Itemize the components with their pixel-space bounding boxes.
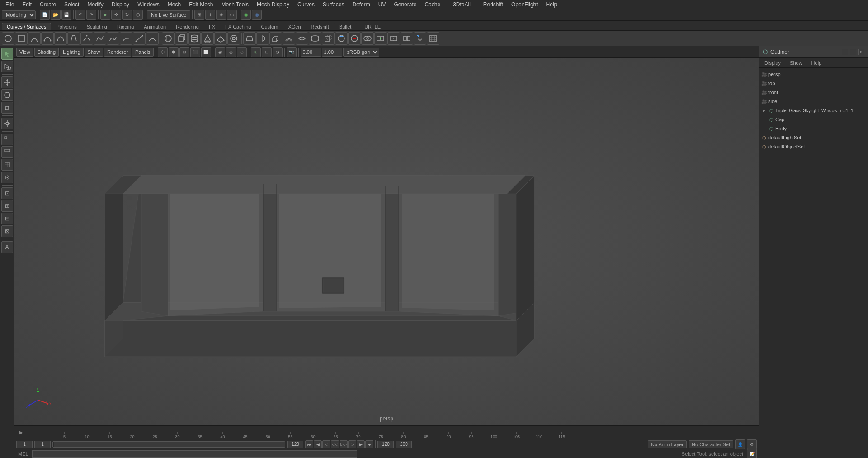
menu-cache[interactable]: Cache <box>421 0 444 9</box>
vp-renderer-btn[interactable]: Renderer <box>104 48 131 57</box>
frame-start-input[interactable] <box>16 441 33 448</box>
no-live-surface-btn[interactable]: No Live Surface <box>147 10 190 19</box>
menu-curves[interactable]: Curves <box>294 0 318 9</box>
next-frame-btn[interactable]: ▶ <box>357 440 365 448</box>
vp-icon6[interactable]: ◉ <box>215 47 225 57</box>
shelf-icon-square-surf[interactable] <box>309 32 321 45</box>
menu-mesh-display[interactable]: Mesh Display <box>253 0 293 9</box>
vp-ao-btn[interactable]: ◑ <box>273 47 283 57</box>
menu-display[interactable]: Display <box>108 0 133 9</box>
shelf-tab-rendering[interactable]: Rendering <box>171 23 204 30</box>
scale-tool-left[interactable] <box>1 102 13 114</box>
shelf-icon-three-pt[interactable] <box>146 32 159 45</box>
joint-tool[interactable]: ⊡ <box>1 187 13 199</box>
shelf-icon-loft[interactable] <box>243 32 256 45</box>
outliner-tab-help[interactable]: Help <box>808 59 826 67</box>
outliner-item-skylight-group[interactable]: ▶ ⬡ Triple_Glass_Skylight_Window_ncl1_1 <box>759 106 868 115</box>
rotate-tool-left[interactable] <box>1 89 13 101</box>
shelf-icon-circle[interactable] <box>2 32 14 45</box>
menu-mesh-tools[interactable]: Mesh Tools <box>218 0 252 9</box>
soft-mod-tool[interactable] <box>1 134 13 145</box>
menu-3dtoa[interactable]: – 3DtoAll – <box>445 0 479 9</box>
shelf-tab-animation[interactable]: Animation <box>139 23 171 30</box>
menu-openflight[interactable]: OpenFlight <box>508 0 542 9</box>
shelf-icon-two-pt[interactable] <box>133 32 146 45</box>
shelf-tab-bullet[interactable]: Bullet <box>334 23 357 30</box>
ik-tool[interactable]: ⊞ <box>1 200 13 212</box>
vp-view-btn[interactable]: View <box>16 48 33 57</box>
outliner-tab-show[interactable]: Show <box>786 59 806 67</box>
vp-value1-input[interactable] <box>301 48 321 57</box>
blend-shape[interactable]: ⊠ <box>1 225 13 237</box>
range-total-input[interactable] <box>396 441 412 448</box>
shelf-icon-bezier[interactable] <box>54 32 67 45</box>
shelf-icon-square[interactable] <box>15 32 28 45</box>
anim-pref-icon[interactable]: ⚙ <box>747 439 757 449</box>
mel-input[interactable] <box>32 450 358 458</box>
show-manip-tool[interactable] <box>1 118 13 129</box>
shelf-icon-ep-curve[interactable] <box>41 32 54 45</box>
play-back-btn[interactable]: ◁◁ <box>331 440 339 448</box>
vp-lighting-btn[interactable]: Lighting <box>60 48 84 57</box>
prev-frame-btn[interactable]: ◀ <box>314 440 322 448</box>
outliner-minimize-btn[interactable]: — <box>842 49 848 55</box>
mode-dropdown[interactable]: Modeling <box>2 10 36 19</box>
shelf-tab-fx-caching[interactable]: FX Caching <box>220 23 256 30</box>
paint-skin[interactable]: ⊟ <box>1 213 13 224</box>
render-btn[interactable]: ◉ <box>241 10 251 20</box>
shelf-icon-free[interactable] <box>120 32 132 45</box>
paint-select-tool[interactable] <box>1 61 13 72</box>
frame-end-input[interactable] <box>287 441 303 448</box>
outliner-item-lightset[interactable]: ⬡ defaultLightSet <box>759 133 868 142</box>
menu-windows[interactable]: Windows <box>134 0 163 9</box>
menu-select[interactable]: Select <box>61 0 83 9</box>
timeline-ruler[interactable]: 5 10 15 20 25 30 35 40 45 50 55 60 65 70 <box>28 426 759 439</box>
menu-uv[interactable]: UV <box>375 0 390 9</box>
shelf-icon-attach-surf[interactable] <box>374 32 387 45</box>
select-tool[interactable] <box>1 48 13 60</box>
annotation-tool[interactable]: A <box>1 241 13 253</box>
undo-btn[interactable]: ↶ <box>75 10 85 20</box>
outliner-item-front[interactable]: 🎥 front <box>759 88 868 97</box>
cluster-tool[interactable] <box>1 172 13 183</box>
vp-show-btn[interactable]: Show <box>85 48 104 57</box>
shelf-icon-nurbs-sphere[interactable] <box>162 32 175 45</box>
shelf-icon-birail[interactable] <box>283 32 295 45</box>
menu-edit-mesh[interactable]: Edit Mesh <box>185 0 217 9</box>
move-tool-btn[interactable]: ✛ <box>111 10 121 20</box>
shelf-icon-project-curve[interactable] <box>335 32 348 45</box>
outliner-item-top[interactable]: 🎥 top <box>759 79 868 88</box>
shelf-tab-sculpting[interactable]: Sculpting <box>82 23 112 30</box>
shelf-icon-nurbs-torus[interactable] <box>227 32 240 45</box>
shelf-icon-align-surf[interactable] <box>401 32 413 45</box>
viewport[interactable]: persp X Y Z <box>14 58 759 425</box>
snap-grid-btn[interactable]: ⊞ <box>194 10 204 20</box>
new-scene-btn[interactable]: 📄 <box>40 10 50 20</box>
shelf-tab-redshift[interactable]: Redshift <box>306 23 334 30</box>
shelf-icon-nurbs-cone[interactable] <box>201 32 214 45</box>
vp-icon2[interactable]: ⬢ <box>169 47 179 57</box>
shelf-icon-nurbs-plane[interactable] <box>214 32 227 45</box>
vp-icon3[interactable]: ⊞ <box>179 47 189 57</box>
redo-btn[interactable]: ↷ <box>86 10 96 20</box>
vp-icon5[interactable]: ⬜ <box>201 47 211 57</box>
soft-mod2[interactable] <box>1 146 13 158</box>
shelf-tab-curves-surfaces[interactable]: Curves / Surfaces <box>2 23 51 30</box>
frame-current-input[interactable] <box>34 441 51 448</box>
shelf-icon-extrude[interactable] <box>269 32 282 45</box>
script-editor-btn[interactable]: 📝 <box>747 449 757 458</box>
outliner-item-objectset[interactable]: ⬡ defaultObjectSet <box>759 142 868 151</box>
next-key-btn[interactable]: ▷ <box>348 440 356 448</box>
goto-start-btn[interactable]: ⏮ <box>305 440 313 448</box>
shelf-icon-cv2[interactable] <box>94 32 106 45</box>
shelf-tab-turtle[interactable]: TURTLE <box>356 23 386 30</box>
shelf-icon-rebuild-surf[interactable] <box>427 32 439 45</box>
shelf-icon-boundary[interactable] <box>296 32 308 45</box>
menu-modify[interactable]: Modify <box>84 0 107 9</box>
scale-tool-btn[interactable]: ⬡ <box>133 10 143 20</box>
vp-shading-btn[interactable]: Shading <box>34 48 59 57</box>
vp-icon1[interactable]: ⬡ <box>158 47 168 57</box>
vp-grid-btn[interactable]: ⊞ <box>251 47 261 57</box>
shelf-icon-detach-surf[interactable] <box>387 32 400 45</box>
outliner-item-cap[interactable]: ⬡ Cap <box>759 115 868 124</box>
